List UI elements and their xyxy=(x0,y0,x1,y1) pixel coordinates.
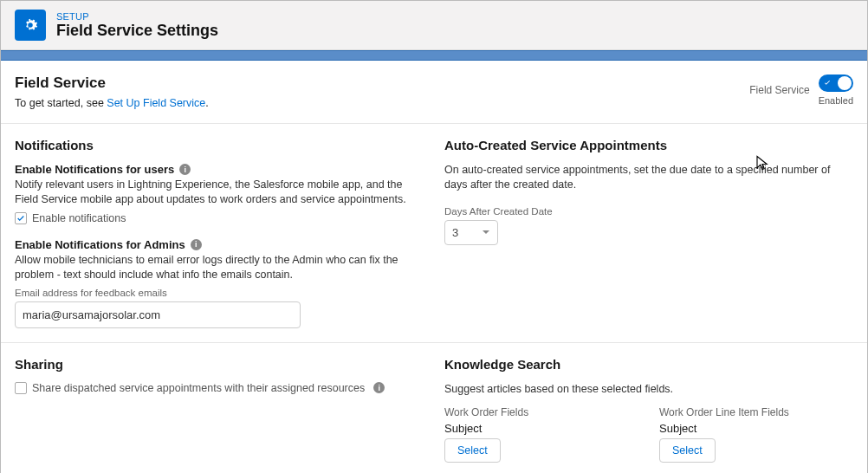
work-order-line-fields-label: Work Order Line Item Fields xyxy=(659,406,853,418)
gear-icon xyxy=(15,10,46,41)
enable-notifications-label: Enable notifications xyxy=(32,212,126,224)
field-service-helper: To get started, see Set Up Field Service… xyxy=(15,97,209,109)
chevron-down-icon xyxy=(482,228,490,236)
days-after-label: Days After Created Date xyxy=(444,206,853,217)
info-icon[interactable]: i xyxy=(179,164,191,175)
field-service-heading: Field Service xyxy=(15,75,209,92)
share-dispatched-checkbox[interactable] xyxy=(15,382,27,394)
breadcrumb: SETUP xyxy=(56,11,218,22)
share-dispatched-label: Share dispatched service appointments wi… xyxy=(32,382,365,394)
page-header: SETUP Field Service Settings xyxy=(1,1,867,50)
feedback-email-input[interactable] xyxy=(15,301,301,328)
notifications-column: Notifications Enable Notifications for u… xyxy=(15,138,424,328)
enable-notifications-checkbox[interactable] xyxy=(15,212,27,224)
knowledge-heading: Knowledge Search xyxy=(444,357,853,372)
notifications-heading: Notifications xyxy=(15,138,424,152)
work-order-line-select-button[interactable]: Select xyxy=(659,438,716,463)
feedback-email-label: Email address for feedback emails xyxy=(15,288,424,298)
divider-band xyxy=(1,50,867,61)
notif-users-title: Enable Notifications for users i xyxy=(15,163,424,176)
sharing-column: Sharing Share dispatched service appoint… xyxy=(15,357,424,463)
notif-admins-title: Enable Notifications for Admins i xyxy=(15,238,424,251)
auto-appointments-desc: On auto-created service appointments, se… xyxy=(444,163,853,192)
knowledge-desc: Suggest articles based on these selected… xyxy=(444,382,853,397)
field-service-toggle[interactable] xyxy=(819,75,853,92)
work-order-field-value: Subject xyxy=(444,422,638,435)
auto-appointments-heading: Auto-Created Service Appointments xyxy=(444,138,853,152)
auto-appointments-column: Auto-Created Service Appointments On aut… xyxy=(444,138,853,328)
knowledge-column: Knowledge Search Suggest articles based … xyxy=(444,357,853,463)
info-icon[interactable]: i xyxy=(373,382,385,393)
field-service-section: Field Service To get started, see Set Up… xyxy=(1,61,867,124)
work-order-select-button[interactable]: Select xyxy=(444,438,501,463)
work-order-fields-label: Work Order Fields xyxy=(444,406,638,418)
page-title: Field Service Settings xyxy=(56,22,218,40)
notif-admins-desc: Allow mobile technicians to email error … xyxy=(15,253,424,282)
setup-field-service-link[interactable]: Set Up Field Service xyxy=(107,97,205,109)
days-after-select[interactable]: 3 xyxy=(444,220,498,245)
sharing-knowledge-section: Sharing Share dispatched service appoint… xyxy=(1,343,867,474)
notif-users-desc: Notify relevant users in Lightning Exper… xyxy=(15,178,424,207)
info-icon[interactable]: i xyxy=(191,239,202,250)
work-order-line-field-value: Subject xyxy=(659,422,853,435)
toggle-state-label: Enabled xyxy=(819,95,853,106)
notifications-appointments-section: Notifications Enable Notifications for u… xyxy=(1,124,867,343)
toggle-side-label: Field Service xyxy=(749,84,809,96)
sharing-heading: Sharing xyxy=(15,357,424,372)
